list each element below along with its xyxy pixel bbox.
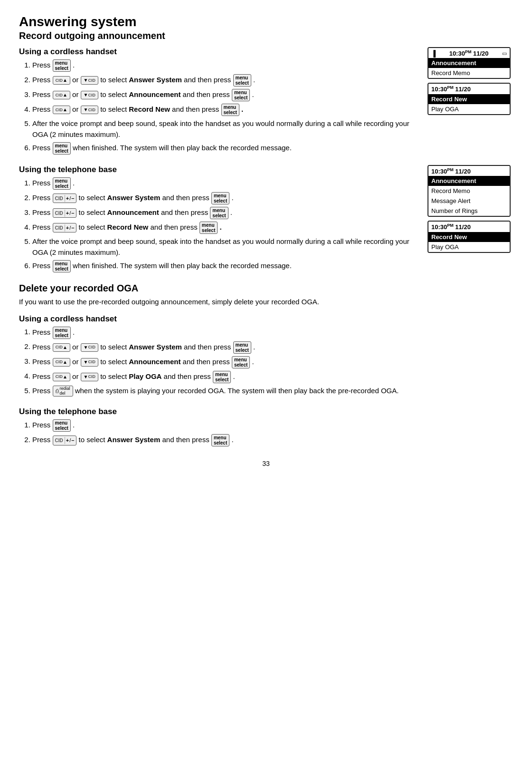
menu-select-key-2: menuselect	[233, 74, 251, 87]
minus-icon-b3: –	[71, 224, 74, 232]
screen-header-2: 10:30PM 11/20	[428, 84, 510, 94]
cid-up-key: CID▲	[53, 76, 70, 85]
screen-base-time-1: 10:30PM 11/20	[431, 167, 471, 175]
screen-base-item-number-rings: Number of Rings	[428, 206, 510, 216]
screen-base-record-new: 10:30PM 11/20 Record New Play OGA	[428, 221, 511, 252]
cid-plus-minus-key-3: CID + / –	[53, 223, 77, 233]
cid-label-b1: CID	[55, 195, 65, 202]
announcement-text-c2: Announcement	[129, 357, 180, 365]
screen-base-announcement: 10:30PM 11/20 Announcement Record Memo M…	[428, 165, 511, 217]
screen-time-2: 10:30PM 11/20	[431, 85, 471, 93]
step-c1-6: Press menuselect when finished. The syst…	[32, 142, 513, 155]
menu-select-key-5: menuselect	[53, 142, 71, 155]
step-b2-2: Press CID + / – to select Answer System …	[32, 434, 513, 446]
cid-up-key-c2-1: CID▲	[53, 343, 70, 352]
section-cordless-handset-2: Using a cordless handset Press menuselec…	[19, 314, 513, 401]
telephone-base-steps-2: Press menuselect . Press CID + / – to se…	[32, 419, 513, 446]
cid-label-b2: CID	[55, 210, 65, 217]
screen-base-item-announcement: Announcement	[428, 176, 510, 186]
answer-system-text-c2: Answer System	[129, 342, 182, 350]
menu-select-key-c2-1: menuselect	[53, 327, 71, 339]
minus-icon-b2: –	[71, 209, 74, 217]
cid-plus-minus-key-2: CID + / –	[53, 208, 77, 218]
cid-up-key-3: CID▲	[53, 106, 70, 114]
step-c1-5: After the voice prompt and beep sound, s…	[32, 118, 513, 140]
slash-b3: /	[69, 224, 71, 232]
menu-select-key-b4: menuselect	[200, 222, 218, 234]
cid-plus-minus-key-b2-1: CID + / –	[53, 436, 77, 445]
cid-label-b2-1: CID	[55, 437, 65, 444]
screen-base-item-record-new: Record New	[428, 232, 510, 242]
announcement-text-1: Announcement	[129, 90, 180, 98]
menu-select-key-c2-4: menuselect	[213, 371, 231, 383]
step-c2-5: Press ⎙ redialdel when the system is pla…	[32, 386, 513, 397]
section-delete-oga: Delete your recorded OGA If you want to …	[19, 283, 513, 308]
section-telephone-base-2: Using the telephone base Press menuselec…	[19, 407, 513, 450]
screens-top: ▐ 10:30PM 11/20 ▭ Announcement Record Me…	[428, 47, 513, 119]
down-cid-key-c2-2: ▼CID	[81, 358, 98, 367]
delete-oga-description: If you want to use the pre-recorded outg…	[19, 297, 513, 308]
cid-up-key-2: CID▲	[53, 91, 70, 99]
section-cordless-handset-1: ▐ 10:30PM 11/20 ▭ Announcement Record Me…	[19, 47, 513, 158]
cid-plus-minus-key-1: CID + / –	[53, 194, 77, 203]
page-subtitle: Record outgoing announcement	[19, 30, 513, 41]
record-new-text-b1: Record New	[107, 223, 149, 231]
screen-time-1: 10:30PM 11/20	[449, 49, 489, 57]
plus-icon-b3: +	[66, 224, 69, 232]
down-cid-key-2: ▼CID	[81, 91, 98, 99]
answer-system-text-b1: Answer System	[107, 194, 161, 202]
menu-select-key-b2-2: menuselect	[211, 434, 229, 446]
battery-icon-1: ▭	[502, 50, 507, 57]
screen-base-item-message-alert: Message Alert	[428, 196, 510, 206]
screen-header-1: ▐ 10:30PM 11/20 ▭	[428, 48, 510, 58]
page-number: 33	[19, 460, 513, 467]
screen-item-announcement: Announcement	[428, 58, 510, 68]
menu-select-key-b1: menuselect	[53, 177, 71, 190]
minus-icon-b2-1: –	[71, 436, 74, 445]
down-cid-key: ▼CID	[81, 76, 98, 85]
screen-base-header-1: 10:30PM 11/20	[428, 166, 510, 176]
plus-icon-b2-1: +	[66, 436, 69, 445]
slash-b1: /	[69, 194, 71, 203]
cordless-handset-heading-2: Using a cordless handset	[19, 314, 513, 324]
play-oga-text-c2: Play OGA	[129, 372, 162, 380]
section-telephone-base-1: 10:30PM 11/20 Announcement Record Memo M…	[19, 165, 513, 276]
menu-select-key-c2-2: menuselect	[233, 341, 251, 354]
cid-up-key-c2-2: CID▲	[53, 358, 70, 367]
menu-select-key-4: menuselect	[221, 104, 239, 116]
screen-base-item-record-memo: Record Memo	[428, 186, 510, 196]
screen-record-new-1: 10:30PM 11/20 Record New Play OGA	[428, 83, 511, 115]
menu-select-key-b2: menuselect	[211, 192, 229, 204]
menu-select-key-b2-1: menuselect	[53, 419, 71, 432]
plus-icon-b2: +	[66, 209, 69, 217]
screen-base-item-play-oga: Play OGA	[428, 242, 510, 252]
screen-item-record-new-1: Record New	[428, 94, 510, 104]
telephone-base-heading-2: Using the telephone base	[19, 407, 513, 416]
announcement-text-b1: Announcement	[107, 208, 159, 216]
minus-icon-b1: –	[71, 194, 74, 203]
step-c2-3: Press CID▲ or ▼CID to select Announcemen…	[32, 356, 513, 368]
screens-base: 10:30PM 11/20 Announcement Record Memo M…	[428, 165, 513, 257]
cid-up-key-c2-3: CID▲	[53, 373, 70, 381]
answer-system-text-b2: Answer System	[107, 436, 161, 444]
menu-select-key-b3: menuselect	[210, 207, 228, 219]
menu-select-key-c2-3: menuselect	[232, 356, 250, 368]
menu-select-key: menuselect	[53, 59, 71, 72]
record-new-text-1: Record New	[129, 105, 170, 113]
answer-system-text-1: Answer System	[129, 76, 182, 84]
down-cid-key-3: ▼CID	[81, 106, 98, 114]
screen-item-record-memo: Record Memo	[428, 68, 510, 78]
signal-icon: ▐	[431, 50, 436, 57]
cid-label-b3: CID	[55, 224, 65, 232]
menu-select-key-b5: menuselect	[53, 260, 71, 272]
plus-icon-b1: +	[66, 194, 69, 203]
delete-oga-heading: Delete your recorded OGA	[19, 283, 513, 294]
redial-slash-icon: ⎙	[56, 387, 59, 395]
down-cid-key-c2-3: ▼CID	[81, 373, 98, 381]
screen-announcement: ▐ 10:30PM 11/20 ▭ Announcement Record Me…	[428, 47, 511, 79]
screen-base-time-2: 10:30PM 11/20	[431, 223, 471, 231]
screen-base-header-2: 10:30PM 11/20	[428, 222, 510, 232]
step-c2-4: Press CID▲ or ▼CID to select Play OGA an…	[32, 371, 513, 383]
step-c2-2: Press CID▲ or ▼CID to select Answer Syst…	[32, 341, 513, 354]
redial-del-labels: redialdel	[60, 387, 70, 396]
